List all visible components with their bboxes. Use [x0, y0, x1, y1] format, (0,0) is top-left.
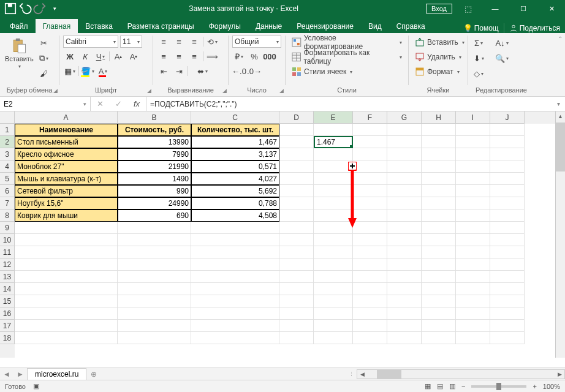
row-header[interactable]: 6: [0, 185, 15, 197]
save-icon[interactable]: [4, 2, 17, 15]
bold-button[interactable]: Ж: [63, 50, 77, 62]
col-header[interactable]: F: [353, 111, 387, 124]
merge-button[interactable]: ⬌▾: [190, 65, 214, 77]
cell[interactable]: [387, 136, 422, 148]
cell[interactable]: [422, 148, 456, 160]
fill-button[interactable]: ⬇▾: [472, 52, 485, 64]
percent-button[interactable]: %: [248, 50, 261, 62]
comma-button[interactable]: 000: [263, 50, 276, 62]
cell[interactable]: [456, 320, 490, 332]
cell[interactable]: [15, 258, 118, 271]
cell[interactable]: [191, 332, 279, 344]
cell[interactable]: Наименование: [15, 124, 118, 136]
cell[interactable]: [191, 320, 279, 332]
view-pagebreak-button[interactable]: ▥: [449, 382, 455, 390]
col-header[interactable]: A: [15, 111, 118, 124]
cell[interactable]: [353, 136, 387, 148]
cell[interactable]: [118, 320, 191, 332]
align-bottom-button[interactable]: ≡: [188, 36, 201, 48]
cell[interactable]: [314, 295, 353, 307]
cell[interactable]: [279, 209, 314, 222]
cell[interactable]: [490, 283, 525, 295]
insert-cells-button[interactable]: Вставить▾: [412, 36, 467, 49]
macro-record-icon[interactable]: ▣: [33, 382, 39, 390]
cell[interactable]: [490, 332, 525, 344]
cell[interactable]: [118, 283, 191, 295]
cell[interactable]: [387, 185, 422, 197]
cell[interactable]: [422, 283, 456, 295]
cell[interactable]: [456, 307, 490, 320]
row-header[interactable]: 10: [0, 234, 15, 246]
row-header[interactable]: 3: [0, 148, 15, 160]
cell[interactable]: [314, 320, 353, 332]
cell[interactable]: [456, 271, 490, 283]
cell[interactable]: [490, 197, 525, 209]
row-header[interactable]: 13: [0, 271, 15, 283]
cell[interactable]: [314, 332, 353, 344]
cell[interactable]: [279, 234, 314, 246]
align-middle-button[interactable]: ≡: [172, 36, 186, 48]
cell[interactable]: [387, 332, 422, 344]
cell[interactable]: [314, 283, 353, 295]
cell[interactable]: [15, 295, 118, 307]
cell[interactable]: 990: [118, 185, 191, 197]
format-as-table-button[interactable]: Форматировать как таблицу▾: [289, 50, 404, 64]
tab-formulas[interactable]: Формулы: [202, 19, 248, 33]
fill-color-button[interactable]: 🪣▾: [81, 65, 94, 77]
cell[interactable]: [387, 160, 422, 173]
minimize-button[interactable]: —: [482, 0, 509, 17]
copy-button[interactable]: ⧉▾: [37, 52, 51, 64]
tab-data[interactable]: Данные: [248, 19, 289, 33]
cell[interactable]: [456, 246, 490, 258]
cell[interactable]: [490, 173, 525, 185]
cell[interactable]: [191, 307, 279, 320]
cell[interactable]: [279, 295, 314, 307]
cell[interactable]: [490, 295, 525, 307]
increase-indent-button[interactable]: ⇥: [172, 65, 186, 77]
align-right-button[interactable]: ≡: [188, 50, 201, 62]
cell[interactable]: Количество, тыс. шт.: [191, 124, 279, 136]
col-header[interactable]: B: [118, 111, 191, 124]
col-header[interactable]: E: [314, 111, 353, 124]
row-header[interactable]: 18: [0, 332, 15, 344]
cell[interactable]: [353, 320, 387, 332]
cell[interactable]: [314, 148, 353, 160]
row-headers[interactable]: 123456789101112131415161718: [0, 124, 15, 358]
cell[interactable]: [191, 234, 279, 246]
cell[interactable]: [15, 307, 118, 320]
tab-help[interactable]: Справка: [389, 19, 433, 33]
cell[interactable]: [422, 124, 456, 136]
cancel-formula-icon[interactable]: ✕: [91, 99, 109, 108]
row-header[interactable]: 8: [0, 209, 15, 222]
cell[interactable]: [387, 148, 422, 160]
login-button[interactable]: Вход: [426, 4, 452, 13]
cell[interactable]: [422, 209, 456, 222]
tab-review[interactable]: Рецензирование: [289, 19, 361, 33]
borders-button[interactable]: ▦▾: [63, 65, 77, 77]
cell[interactable]: [490, 185, 525, 197]
cell[interactable]: [490, 246, 525, 258]
cell[interactable]: [387, 246, 422, 258]
cell-styles-button[interactable]: Стили ячеек▾: [289, 65, 404, 78]
cell[interactable]: 21990: [118, 160, 191, 173]
cell[interactable]: [118, 332, 191, 344]
cell[interactable]: [353, 271, 387, 283]
cell[interactable]: [387, 307, 422, 320]
row-header[interactable]: 5: [0, 173, 15, 185]
shrink-font-button[interactable]: A▾: [127, 50, 140, 62]
column-headers[interactable]: ABCDEFGHIJ: [15, 111, 555, 124]
cell[interactable]: [456, 197, 490, 209]
cell[interactable]: [279, 185, 314, 197]
tab-file[interactable]: Файл: [2, 19, 36, 33]
col-header[interactable]: I: [456, 111, 490, 124]
cell[interactable]: [387, 222, 422, 234]
cell[interactable]: [314, 185, 353, 197]
fill-handle[interactable]: [350, 145, 353, 148]
cell[interactable]: [15, 271, 118, 283]
undo-icon[interactable]: [18, 2, 32, 15]
cell[interactable]: [353, 209, 387, 222]
align-top-button[interactable]: ≡: [157, 36, 170, 48]
tab-view[interactable]: Вид: [361, 19, 389, 33]
cell[interactable]: [490, 222, 525, 234]
formula-input[interactable]: =ПОДСТАВИТЬ(C2;",";"."): [146, 97, 552, 111]
